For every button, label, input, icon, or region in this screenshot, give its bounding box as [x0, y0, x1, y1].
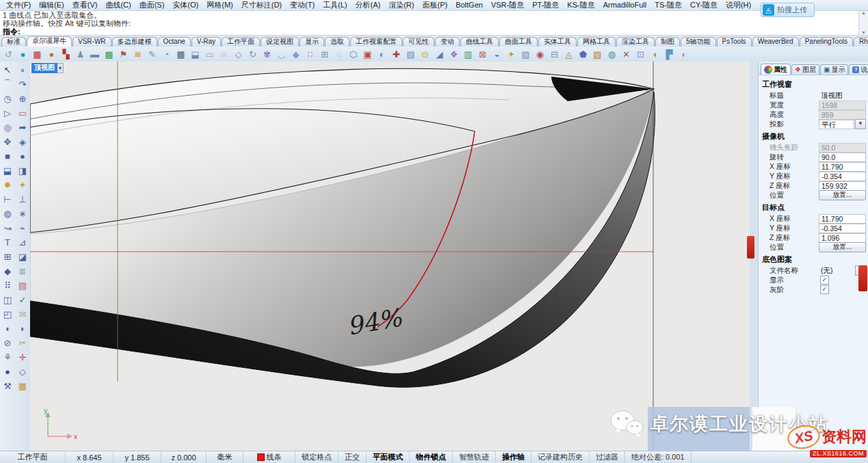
panel-value-dropdown[interactable]: 平行 — [819, 120, 854, 129]
sidebar-tool-icon[interactable]: ▤ — [16, 278, 29, 292]
toolbar-icon[interactable]: ▧ — [520, 49, 531, 60]
toolbar-icon[interactable]: ❖ — [448, 49, 460, 60]
toolbar-icon[interactable]: ≋ — [132, 49, 144, 60]
sidebar-tool-icon[interactable]: ▭ — [16, 106, 29, 120]
toolbar-icon[interactable]: ✚ — [391, 49, 402, 60]
toolbar-icon[interactable]: ◇ — [233, 49, 244, 60]
sidebar-tool-icon[interactable]: ◪ — [16, 250, 29, 263]
toolbar-icon[interactable]: ▤ — [405, 49, 417, 60]
toolbar-icon[interactable]: ▦ — [31, 49, 43, 60]
toolbar-icon[interactable]: ◗ — [678, 49, 689, 60]
toolbar-icon[interactable]: ◍ — [606, 49, 618, 60]
panel-value-input[interactable]: 11.790 — [819, 162, 866, 172]
sidebar-tool-icon[interactable]: ⊕ — [16, 92, 29, 105]
toolbar-icon[interactable]: ▨ — [592, 49, 603, 60]
sidebar-tool-icon[interactable]: ↷ — [16, 77, 29, 91]
toolbar-icon[interactable]: ◖ — [649, 49, 661, 60]
coordinate-readout[interactable]: x 8.645 — [66, 451, 114, 463]
layer-indicator[interactable]: 线条 — [244, 451, 295, 463]
toolbar-group-tab[interactable]: 多边形建模 — [112, 37, 157, 47]
sidebar-tool-icon[interactable]: ✂ — [16, 336, 29, 349]
toolbar-group-tab[interactable]: PsTools — [717, 37, 752, 47]
menu-item[interactable]: 分析(A) — [352, 0, 385, 10]
sidebar-tool-icon[interactable]: ◆ — [1, 264, 14, 278]
red-ribbon-badge[interactable] — [858, 265, 867, 291]
menu-item[interactable]: 曲面(S) — [135, 0, 169, 10]
toolbar-group-tab[interactable]: 可见性 — [403, 37, 434, 47]
toolbar-group-tab[interactable]: 卓尔谟犀牛 — [27, 36, 72, 47]
place-button[interactable]: 放置... — [819, 242, 866, 252]
coordinate-readout[interactable]: z 0.000 — [161, 451, 207, 463]
panel-value-input[interactable]: 159.932 — [819, 181, 866, 191]
toolbar-icon[interactable]: ⬡ — [347, 49, 359, 60]
toolbar-icon[interactable]: ▩ — [103, 49, 115, 60]
toolbar-icon[interactable]: ◆ — [290, 49, 302, 60]
toolbar-icon[interactable]: ⊡ — [635, 49, 646, 60]
status-toggle[interactable]: 平面模式 — [367, 451, 410, 463]
cplane-button[interactable]: 工作平面 — [0, 451, 66, 463]
sidebar-tool-icon[interactable]: ∘ — [16, 63, 29, 77]
toolbar-icon[interactable]: ⊞ — [319, 49, 330, 60]
sidebar-tool-icon[interactable]: ⚘ — [1, 350, 14, 364]
toolbar-group-tab[interactable]: 曲线工具 — [460, 37, 499, 47]
toolbar-icon[interactable]: ♟ — [75, 49, 86, 60]
toolbar-icon[interactable]: ● — [17, 49, 29, 60]
menu-item[interactable]: BoltGen — [451, 0, 487, 10]
sidebar-tool-icon[interactable]: ● — [1, 365, 14, 378]
panel-value-input[interactable]: -0.354 — [819, 172, 866, 181]
sidebar-tool-icon[interactable]: ◰ — [1, 307, 14, 321]
menu-item[interactable]: KS-随意 — [563, 0, 599, 10]
upload-button[interactable]: ◬ 拍搜上传 — [761, 3, 815, 17]
command-scrollbar[interactable]: ▲ ▼ — [858, 10, 868, 35]
toolbar-group-tab[interactable]: 工作平面 — [222, 37, 260, 47]
toolbar-group-tab[interactable]: RhinoGold — [854, 37, 868, 47]
sidebar-tool-icon[interactable]: ✛ — [16, 350, 29, 364]
sidebar-tool-icon[interactable]: ● — [16, 149, 29, 163]
status-toggle[interactable]: 智慧轨迹 — [453, 451, 496, 463]
sidebar-tool-icon[interactable]: ◇ — [16, 365, 29, 378]
menu-item[interactable]: 工具(L) — [319, 0, 351, 10]
status-toggle[interactable]: 操作轴 — [496, 451, 531, 463]
toolbar-group-tab[interactable]: 网格工具 — [577, 37, 616, 47]
sidebar-tool-icon[interactable]: ⌒ — [1, 77, 14, 91]
viewport-title[interactable]: 顶视图 — [31, 63, 57, 73]
toolbar-icon[interactable]: ○ — [218, 49, 230, 60]
menu-item[interactable]: 编辑(E) — [35, 0, 68, 10]
toolbar-icon[interactable]: ✎ — [146, 49, 158, 60]
toolbar-icon[interactable]: ◢ — [434, 49, 445, 60]
panel-value-input[interactable]: 90.0 — [819, 153, 866, 162]
menu-item[interactable]: CY-随意 — [686, 0, 722, 10]
viewport-dropdown-icon[interactable]: ▾ — [57, 63, 64, 73]
menu-item[interactable]: TS-随意 — [650, 0, 686, 10]
menu-item[interactable]: 变动(T) — [286, 0, 319, 10]
menu-item[interactable]: PT-随意 — [528, 0, 563, 10]
toolbar-icon[interactable]: ◌ — [333, 49, 345, 60]
panel-value-input[interactable]: -0.354 — [819, 224, 866, 233]
toolbar-icon[interactable]: ✾ — [261, 49, 273, 60]
toolbar-group-tab[interactable]: 变动 — [435, 37, 460, 47]
panel-value-input[interactable]: 11.790 — [819, 214, 866, 224]
menu-item[interactable]: 实体(O) — [168, 0, 202, 10]
toolbar-icon[interactable]: ▣ — [362, 49, 373, 60]
toolbar-group-tab[interactable]: 5轴功能 — [681, 37, 716, 47]
sidebar-tool-icon[interactable]: ≣ — [16, 264, 29, 278]
menu-item[interactable]: 查看(V) — [68, 0, 102, 10]
toolbar-icon[interactable]: ⬓ — [189, 49, 201, 60]
sidebar-tool-icon[interactable]: ✓ — [16, 293, 29, 306]
sidebar-tool-icon[interactable]: ▷ — [1, 106, 14, 120]
sidebar-tool-icon[interactable]: ✦ — [16, 178, 29, 191]
toolbar-icon[interactable]: ◉ — [534, 49, 546, 60]
toolbar-icon[interactable]: ▭ — [204, 49, 215, 60]
toolbar-icon[interactable]: ▥ — [462, 49, 474, 60]
sidebar-tool-icon[interactable]: ⚒ — [1, 379, 14, 393]
menu-item[interactable]: ArmadilloFull — [599, 0, 651, 10]
toolbar-group-tab[interactable]: VSR-WR — [73, 37, 111, 47]
sidebar-tool-icon[interactable]: ↖ — [1, 63, 14, 77]
panel-tab-help-book[interactable]: ?说明 — [849, 64, 868, 75]
sidebar-tool-icon[interactable]: ◷ — [1, 92, 14, 105]
toolbar-icon[interactable]: ⬟ — [577, 49, 589, 60]
status-toggle[interactable]: 记录建构历史 — [531, 451, 590, 463]
toolbar-icon[interactable]: ▬ — [89, 49, 101, 60]
toolbar-icon[interactable]: ▦ — [175, 49, 187, 60]
toolbar-group-tab[interactable]: 曲面工具 — [499, 37, 538, 47]
